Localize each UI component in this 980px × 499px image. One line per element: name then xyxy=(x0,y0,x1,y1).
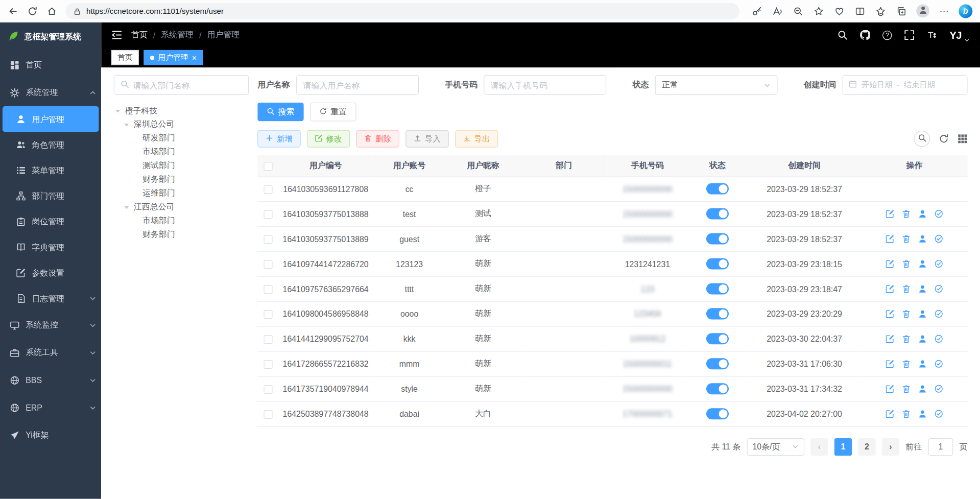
assign-role-icon[interactable] xyxy=(935,259,943,268)
tab-user-management[interactable]: 用户管理 × xyxy=(144,50,203,65)
status-toggle[interactable] xyxy=(706,233,729,244)
edit-icon[interactable] xyxy=(886,385,894,393)
tree-node[interactable]: 江西总公司 xyxy=(114,200,249,214)
breadcrumb-item[interactable]: 系统管理 xyxy=(161,30,194,41)
status-toggle[interactable] xyxy=(706,408,729,419)
sidebar-fold-icon[interactable] xyxy=(111,30,123,41)
home-icon[interactable] xyxy=(46,5,58,16)
favorites-icon[interactable] xyxy=(875,6,886,16)
zoom-icon[interactable] xyxy=(793,6,803,16)
import-button[interactable]: 导入 xyxy=(405,130,448,148)
edit-icon[interactable] xyxy=(886,410,894,418)
phone-input[interactable] xyxy=(484,75,606,95)
caret-down-icon[interactable] xyxy=(123,121,131,129)
sidebar-item-菜单管理[interactable]: 菜单管理 xyxy=(0,157,101,183)
status-toggle[interactable] xyxy=(706,183,729,195)
edit-icon[interactable] xyxy=(886,209,894,218)
profile-avatar[interactable] xyxy=(916,5,929,18)
next-page-button[interactable]: › xyxy=(882,438,899,455)
assign-role-icon[interactable] xyxy=(935,385,943,393)
edit-icon[interactable] xyxy=(886,284,894,293)
assign-role-icon[interactable] xyxy=(935,335,943,343)
sidebar-item-字典管理[interactable]: 字典管理 xyxy=(0,234,101,260)
row-checkbox[interactable] xyxy=(264,285,272,294)
collections-icon[interactable] xyxy=(896,6,906,16)
status-toggle[interactable] xyxy=(706,358,729,369)
github-icon[interactable] xyxy=(860,30,870,40)
add-favorite-icon[interactable] xyxy=(813,6,824,16)
caret-down-icon[interactable] xyxy=(123,203,131,211)
refresh-table-icon[interactable] xyxy=(939,134,949,144)
assign-role-icon[interactable] xyxy=(935,284,943,293)
reset-password-icon[interactable] xyxy=(918,335,927,343)
tree-node[interactable]: 研发部门 xyxy=(114,131,249,145)
sidebar-item-用户管理[interactable]: 用户管理 xyxy=(3,106,99,132)
reset-password-icon[interactable] xyxy=(918,360,927,368)
reset-password-icon[interactable] xyxy=(918,234,927,243)
delete-icon[interactable] xyxy=(902,385,911,393)
tree-node[interactable]: 市场部门 xyxy=(114,145,249,159)
sidebar-item-系统管理[interactable]: 系统管理 xyxy=(0,79,101,106)
breadcrumb-item[interactable]: 首页 xyxy=(131,30,148,41)
page-button-1[interactable]: 1 xyxy=(834,438,852,455)
delete-icon[interactable] xyxy=(902,310,911,318)
status-toggle[interactable] xyxy=(706,333,729,344)
tree-node[interactable]: 深圳总公司 xyxy=(114,117,249,131)
reset-password-icon[interactable] xyxy=(918,284,927,293)
tree-node[interactable]: 市场部门 xyxy=(114,214,249,228)
row-checkbox[interactable] xyxy=(264,310,272,319)
goto-page-input[interactable] xyxy=(928,438,953,455)
row-checkbox[interactable] xyxy=(264,210,272,219)
sidebar-item-部门管理[interactable]: 部门管理 xyxy=(0,183,101,209)
username-input[interactable] xyxy=(296,75,419,95)
column-settings-icon[interactable] xyxy=(958,134,968,144)
assign-role-icon[interactable] xyxy=(935,410,943,418)
delete-icon[interactable] xyxy=(902,360,911,368)
help-icon[interactable]: ? xyxy=(882,30,892,39)
row-checkbox[interactable] xyxy=(264,235,272,244)
edit-icon[interactable] xyxy=(886,259,894,268)
edit-icon[interactable] xyxy=(886,234,894,243)
font-size-icon[interactable] xyxy=(927,30,937,40)
address-bar[interactable]: https://ccnetcore.com:1101/system/user xyxy=(66,3,739,19)
status-select[interactable]: 正常 xyxy=(655,75,778,95)
edit-icon[interactable] xyxy=(886,335,894,343)
sidebar-item-BBS[interactable]: BBS xyxy=(0,366,101,394)
split-screen-icon[interactable] xyxy=(854,6,865,16)
fullscreen-icon[interactable] xyxy=(904,30,915,40)
tree-node[interactable]: 财务部门 xyxy=(114,173,249,186)
reset-button[interactable]: 重置 xyxy=(310,103,356,122)
delete-button[interactable]: 删除 xyxy=(356,130,399,148)
sidebar-item-岗位管理[interactable]: 岗位管理 xyxy=(0,209,101,234)
assign-role-icon[interactable] xyxy=(935,209,943,218)
tree-node[interactable]: 橙子科技 xyxy=(114,104,249,117)
sidebar-item-参数设置[interactable]: 参数设置 xyxy=(0,260,101,286)
back-icon[interactable] xyxy=(8,5,19,16)
sidebar-item-系统工具[interactable]: 系统工具 xyxy=(0,339,101,366)
sidebar-item-ERP[interactable]: ERP xyxy=(0,394,101,421)
row-checkbox[interactable] xyxy=(264,360,272,369)
tree-node[interactable]: 运维部门 xyxy=(114,186,249,200)
edit-button[interactable]: 修改 xyxy=(307,130,350,148)
row-checkbox[interactable] xyxy=(264,260,272,269)
assign-role-icon[interactable] xyxy=(935,234,943,243)
sidebar-item-系统监控[interactable]: 系统监控 xyxy=(0,311,101,339)
assign-role-icon[interactable] xyxy=(935,310,943,318)
reset-password-icon[interactable] xyxy=(918,259,927,268)
sidebar-item-角色管理[interactable]: 角色管理 xyxy=(0,132,101,157)
browser-essentials-icon[interactable] xyxy=(834,6,845,16)
select-all-checkbox[interactable] xyxy=(264,161,272,170)
row-checkbox[interactable] xyxy=(264,410,272,419)
delete-icon[interactable] xyxy=(902,209,911,218)
sidebar-item-Yi框架[interactable]: Yi框架 xyxy=(0,421,101,449)
export-button[interactable]: 导出 xyxy=(455,130,498,148)
reload-icon[interactable] xyxy=(27,5,38,16)
close-icon[interactable]: × xyxy=(192,54,197,62)
row-checkbox[interactable] xyxy=(264,185,272,194)
row-checkbox[interactable] xyxy=(264,335,272,344)
user-avatar-menu[interactable]: YJ xyxy=(949,30,970,40)
status-toggle[interactable] xyxy=(706,308,729,319)
tab-home[interactable]: 首页 xyxy=(111,50,139,65)
search-icon[interactable] xyxy=(838,30,848,40)
copilot-icon[interactable]: b xyxy=(959,4,972,18)
